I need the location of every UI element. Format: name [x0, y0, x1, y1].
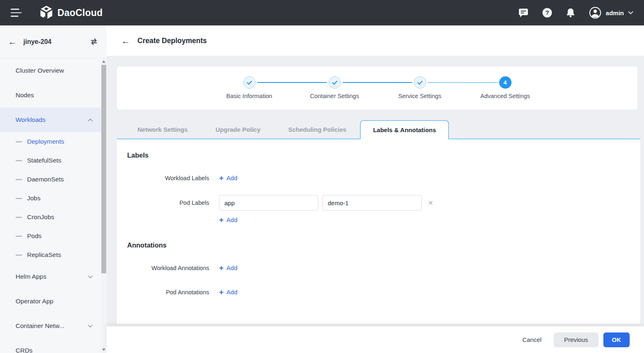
- add-pod-annotation-button[interactable]: + Add: [219, 288, 238, 296]
- scrollbar-thumb[interactable]: [101, 65, 106, 273]
- dash-icon: [16, 198, 22, 199]
- previous-button[interactable]: Previous: [554, 332, 598, 347]
- step-connector: [343, 82, 412, 83]
- pod-label-key-input[interactable]: [219, 195, 318, 211]
- hamburger-menu-icon[interactable]: [11, 9, 22, 17]
- brand-name: DaoCloud: [57, 7, 103, 18]
- sidebar-header: ← jinye-204: [0, 25, 107, 58]
- dash-icon: [16, 236, 22, 237]
- step-check-icon[interactable]: [243, 76, 256, 89]
- add-pod-label-row: + Add: [219, 216, 640, 224]
- scroll-down-arrow-icon[interactable]: [102, 348, 105, 351]
- sidebar-item-container-network[interactable]: Container Netw...: [0, 314, 101, 338]
- sidebar-item-replicasets[interactable]: ReplicaSets: [0, 245, 101, 264]
- pod-label-value-input[interactable]: [322, 195, 422, 211]
- sidebar-item-cluster-overview[interactable]: Cluster Overview: [0, 58, 101, 83]
- step-connector: [257, 82, 327, 83]
- annotations-section-heading: Annotations: [127, 241, 640, 249]
- scroll-up-arrow-icon[interactable]: [102, 60, 105, 63]
- pod-labels-row: Pod Labels ✕: [127, 195, 640, 211]
- workload-labels-row: Workload Labels + Add: [127, 174, 640, 182]
- topbar: DaoCloud ?: [0, 0, 644, 25]
- labels-annotations-panel: Labels Workload Labels + Add Pod Labels …: [117, 139, 640, 324]
- sidebar-item-crds[interactable]: CRDs: [0, 338, 101, 353]
- page-header: ← Create Deployments: [107, 25, 644, 56]
- step-container-settings: Container Settings: [329, 76, 341, 110]
- sidebar-item-nodes[interactable]: Nodes: [0, 83, 101, 108]
- help-icon[interactable]: ?: [542, 7, 553, 18]
- sidebar-scrollbar[interactable]: [101, 58, 107, 353]
- notifications-bell-icon[interactable]: [566, 7, 575, 18]
- tab-network-settings[interactable]: Network Settings: [123, 120, 202, 139]
- step-connector-pending: [428, 82, 498, 83]
- tab-labels-annotations[interactable]: Labels & Annotations: [360, 120, 449, 139]
- labels-section-heading: Labels: [127, 151, 640, 159]
- step-service-settings: Service Settings: [414, 76, 426, 110]
- wizard-stepper: Basic Information Container Settings Ser…: [117, 66, 637, 110]
- sidebar-item-daemonsets[interactable]: DaemonSets: [0, 170, 101, 189]
- chevron-down-icon: [88, 275, 93, 278]
- svg-text:?: ?: [545, 9, 549, 16]
- sidebar-item-pods[interactable]: Pods: [0, 227, 101, 245]
- step-check-icon[interactable]: [414, 76, 426, 89]
- plus-icon: +: [219, 216, 224, 224]
- pod-annotations-label: Pod Annotations: [127, 289, 209, 296]
- step-check-icon[interactable]: [329, 76, 341, 89]
- user-name: admin: [606, 9, 624, 16]
- user-menu[interactable]: admin: [589, 6, 633, 19]
- workload-annotations-label: Workload Annotations: [127, 265, 209, 271]
- add-pod-label-button[interactable]: + Add: [219, 216, 238, 224]
- sidebar-item-deployments[interactable]: Deployments: [0, 132, 101, 151]
- main-area: ← Create Deployments Basic Information C…: [107, 25, 644, 353]
- dash-icon: [16, 254, 22, 256]
- sidebar-item-operator-app[interactable]: Operator App: [0, 289, 101, 314]
- dash-icon: [16, 141, 22, 142]
- chevron-up-icon: [88, 119, 93, 121]
- cancel-button[interactable]: Cancel: [518, 332, 546, 347]
- add-workload-label-button[interactable]: + Add: [219, 174, 238, 182]
- chevron-down-icon: [88, 325, 93, 328]
- sidebar-back-icon[interactable]: ←: [8, 37, 17, 46]
- daocloud-logo-icon: [39, 5, 53, 21]
- sidebar: ← jinye-204 Cluster Overview Nodes Workl…: [0, 25, 107, 353]
- dash-icon: [16, 217, 22, 218]
- workload-labels-label: Workload Labels: [127, 175, 209, 181]
- plus-icon: +: [219, 264, 224, 272]
- cluster-name: jinye-204: [23, 38, 51, 46]
- page-title: Create Deployments: [137, 37, 207, 45]
- tab-scheduling-policies[interactable]: Scheduling Policies: [274, 120, 361, 139]
- pod-annotations-row: Pod Annotations + Add: [127, 288, 640, 296]
- sidebar-item-jobs[interactable]: Jobs: [0, 189, 101, 208]
- sidebar-item-cronjobs[interactable]: CronJobs: [0, 208, 101, 227]
- add-workload-annotation-button[interactable]: + Add: [219, 264, 238, 272]
- workload-annotations-row: Workload Annotations + Add: [127, 264, 640, 272]
- chevron-down-icon: [628, 11, 633, 14]
- page-back-icon[interactable]: ←: [121, 37, 130, 45]
- dash-icon: [16, 160, 22, 161]
- sidebar-nav: Cluster Overview Nodes Workloads Deploym…: [0, 58, 101, 353]
- wizard-footer: Cancel Previous OK: [107, 326, 644, 353]
- brand[interactable]: DaoCloud: [39, 5, 103, 21]
- step-basic-information: Basic Information: [243, 76, 256, 110]
- pod-labels-label: Pod Labels: [127, 199, 209, 206]
- refresh-icon[interactable]: [89, 38, 98, 46]
- remove-row-icon[interactable]: ✕: [428, 199, 433, 207]
- step-number-badge[interactable]: 4: [499, 76, 512, 89]
- avatar-icon: [589, 6, 602, 19]
- messages-icon[interactable]: [518, 8, 529, 18]
- sidebar-item-statefulsets[interactable]: StatefulSets: [0, 151, 101, 170]
- sidebar-item-helm-apps[interactable]: Helm Apps: [0, 264, 101, 289]
- dash-icon: [16, 179, 22, 180]
- plus-icon: +: [219, 174, 224, 182]
- step-advanced-settings: 4 Advanced Settings: [499, 76, 512, 110]
- sidebar-item-workloads[interactable]: Workloads: [0, 108, 101, 132]
- settings-tabs: Network Settings Upgrade Policy Scheduli…: [117, 120, 640, 139]
- ok-button[interactable]: OK: [603, 332, 630, 347]
- plus-icon: +: [219, 288, 224, 296]
- tab-upgrade-policy[interactable]: Upgrade Policy: [202, 120, 274, 139]
